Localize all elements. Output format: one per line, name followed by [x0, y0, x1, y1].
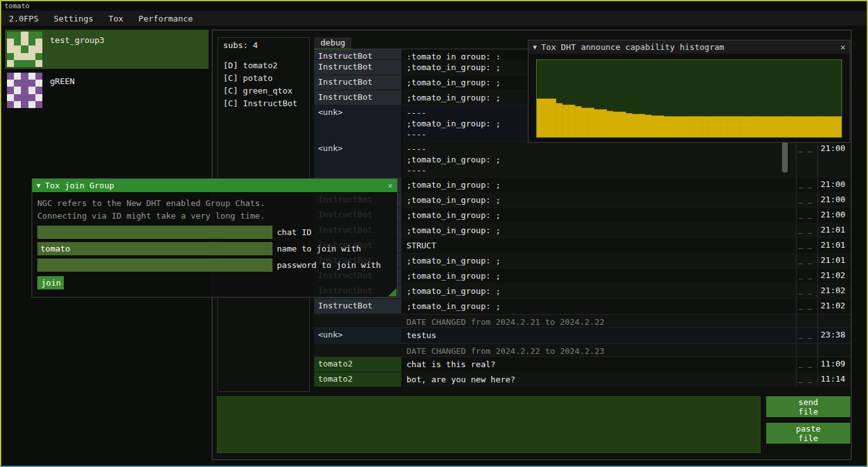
- member-list: [D] tomato2[C] potato[C] green_qtox[C] I…: [223, 59, 304, 110]
- message-status: _ _: [796, 178, 817, 192]
- message-time: 21:00: [817, 193, 850, 207]
- message-status: _ _: [796, 328, 817, 343]
- menu-item-settings[interactable]: Settings: [46, 11, 101, 26]
- chat-id-input[interactable]: [37, 226, 272, 239]
- group-item-green[interactable]: gREEN: [5, 71, 209, 110]
- message-status: [796, 344, 817, 356]
- message-status: _ _: [796, 193, 817, 207]
- message-text: ---- ;tomato_in_group: ; ----: [403, 142, 796, 177]
- message-status: _ _: [796, 208, 817, 222]
- message-row[interactable]: DATE CHANGED from 2024.2.21 to 2024.2.22: [314, 314, 850, 328]
- message-text: bot, are you new here?: [403, 372, 796, 387]
- message-text: ;tomato_in_group: ;: [403, 299, 796, 313]
- message-sender: InstructBot: [314, 90, 403, 105]
- message-text: ;tomato_in_group: ;: [403, 178, 796, 192]
- message-status: _ _: [796, 142, 817, 177]
- message-status: _ _: [796, 253, 817, 268]
- group-avatar: [7, 73, 42, 108]
- member-item[interactable]: [C] green_qtox: [223, 85, 304, 97]
- message-time: 23:38: [817, 328, 850, 343]
- message-text: ;tomato_in_group: ;: [403, 284, 796, 298]
- collapse-icon[interactable]: ▼: [533, 44, 537, 51]
- scrollbar-thumb[interactable]: [782, 142, 788, 173]
- subs-header: subs: 4: [223, 40, 304, 50]
- message-input[interactable]: [217, 396, 761, 453]
- message-text: DATE CHANGED from 2024.2.21 to 2024.2.22: [403, 315, 796, 327]
- message-text: chat is this real?: [403, 357, 796, 372]
- message-time: 21:01: [817, 223, 850, 238]
- message-text: STRUCT: [403, 238, 796, 253]
- message-text: ;tomato_in_group: ;: [403, 193, 796, 207]
- histogram-plot: [536, 59, 842, 138]
- message-status: _ _: [796, 284, 817, 298]
- message-time: 11:09: [817, 357, 850, 372]
- message-sender: InstructBot: [314, 60, 403, 75]
- message-text: ;tomato_in_group: ;: [403, 208, 796, 222]
- message-status: [796, 315, 817, 327]
- histogram-window-titlebar[interactable]: ▼ Tox DHT announce capability histogram …: [529, 40, 850, 54]
- message-sender: InstructBot: [314, 49, 403, 59]
- message-time: 21:02: [817, 269, 850, 283]
- member-item[interactable]: [C] InstructBot: [223, 97, 304, 110]
- histogram-window: ▼ Tox DHT announce capability histogram …: [528, 40, 850, 143]
- join-name-label: name to join with: [277, 244, 361, 253]
- join-name-input[interactable]: [37, 242, 272, 255]
- message-text: ;tomato_in_group: ;: [403, 223, 796, 238]
- histogram-svg: [537, 60, 841, 137]
- message-time: 21:00: [817, 142, 850, 177]
- fps-indicator: 2.0FPS: [1, 11, 46, 26]
- close-icon[interactable]: ✕: [840, 42, 845, 52]
- join-group-window: ▼ Tox join Group ✕ NGC refers to the New…: [32, 178, 398, 298]
- app-window: tomato 2.0FPS Settings Tox Performance t…: [0, 0, 868, 467]
- message-row[interactable]: <unk>---- ;tomato_in_group: ; ----_ _21:…: [314, 142, 850, 178]
- message-sender: <unk>: [314, 106, 403, 141]
- message-row[interactable]: InstructBot;tomato_in_group: ;_ _21:02: [314, 299, 850, 314]
- send-file-button[interactable]: send file: [766, 396, 850, 417]
- join-password-input[interactable]: [37, 258, 272, 272]
- message-sender: <unk>: [314, 142, 403, 177]
- message-row[interactable]: <unk>testus_ _23:38: [314, 328, 850, 343]
- message-time: 21:02: [817, 284, 850, 298]
- message-sender: tomato2: [314, 372, 403, 387]
- message-status: _ _: [796, 357, 817, 372]
- message-row[interactable]: DATE CHANGED from 2024.2.22 to 2024.2.23: [314, 343, 850, 357]
- message-status: _ _: [796, 269, 817, 283]
- join-desc-line2: Connecting via ID might take a very long…: [37, 210, 392, 222]
- message-status: _ _: [796, 299, 817, 313]
- group-list: test_group3gREEN: [5, 30, 209, 112]
- message-status: _ _: [796, 238, 817, 253]
- join-button[interactable]: join: [37, 276, 64, 289]
- join-password-label: password to join with: [277, 260, 381, 270]
- join-window-title: Tox join Group: [45, 181, 114, 190]
- message-time: 11:14: [817, 372, 850, 387]
- menu-bar: 2.0FPS Settings Tox Performance: [1, 11, 867, 27]
- join-desc-line1: NGC refers to the New DHT enabled Group …: [37, 197, 392, 210]
- message-sender: InstructBot: [314, 75, 403, 90]
- message-row[interactable]: tomato2bot, are you new here?_ _11:14: [314, 372, 850, 387]
- menu-item-performance[interactable]: Performance: [131, 11, 200, 26]
- histogram-window-title: Tox DHT announce capability histogram: [541, 42, 724, 52]
- menu-item-tox[interactable]: Tox: [101, 11, 131, 26]
- message-text: ;tomato_in_group: ;: [403, 253, 796, 268]
- message-text: DATE CHANGED from 2024.2.22 to 2024.2.23: [403, 344, 796, 356]
- message-time: [817, 344, 850, 356]
- group-item-test_group3[interactable]: test_group3: [5, 30, 209, 69]
- message-time: 21:01: [817, 253, 850, 268]
- message-status: _ _: [796, 223, 817, 238]
- join-window-titlebar[interactable]: ▼ Tox join Group ✕: [32, 179, 397, 192]
- member-item[interactable]: [C] potato: [223, 72, 304, 85]
- message-time: 21:01: [817, 238, 850, 253]
- message-sender: <unk>: [314, 328, 403, 343]
- message-text: testus: [403, 328, 796, 343]
- tab-debug[interactable]: debug: [314, 37, 351, 49]
- collapse-icon[interactable]: ▼: [37, 182, 40, 189]
- member-item[interactable]: [D] tomato2: [223, 59, 304, 72]
- resize-grip-icon[interactable]: [388, 288, 396, 296]
- paste-file-button[interactable]: paste file: [766, 423, 850, 444]
- message-text: ;tomato_in_group: ;: [403, 269, 796, 283]
- message-time: [817, 315, 850, 327]
- close-icon[interactable]: ✕: [388, 181, 393, 190]
- chat-id-label: chat ID: [277, 227, 312, 237]
- message-row[interactable]: tomato2chat is this real?_ _11:09: [314, 357, 850, 372]
- join-window-body: NGC refers to the New DHT enabled Group …: [32, 192, 397, 294]
